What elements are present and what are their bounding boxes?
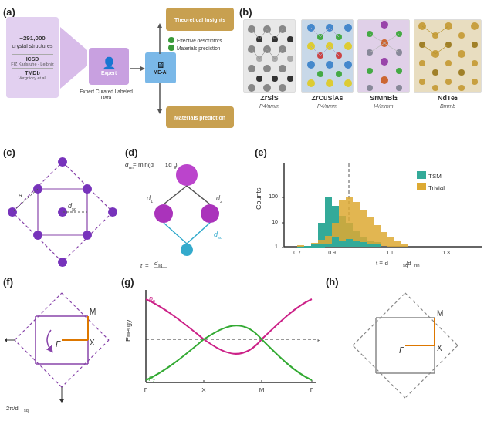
svg-line-97	[435, 26, 448, 35]
zrsis-img	[243, 19, 296, 93]
svg-rect-186	[346, 197, 353, 239]
svg-text:sq: sq	[218, 235, 222, 240]
svg-point-51	[307, 79, 315, 87]
svg-line-56	[330, 28, 339, 37]
svg-text:0.9: 0.9	[328, 250, 336, 255]
svg-line-235	[405, 293, 458, 345]
svg-point-18	[287, 56, 293, 62]
svg-text:= min(d: = min(d	[133, 161, 154, 168]
svg-line-126	[164, 186, 187, 204]
theoretical-insights-box: Theoretical Insights	[166, 8, 234, 31]
svg-text:2π/d: 2π/d	[6, 405, 19, 412]
svg-line-128	[164, 223, 187, 244]
svg-point-92	[445, 79, 452, 85]
svg-point-26	[263, 84, 271, 92]
bullet-materials	[168, 45, 174, 51]
svg-text:x: x	[153, 298, 155, 303]
arrow-to-meai	[130, 65, 145, 72]
bz-f-svg: Γ X M 2π/d sq	[5, 285, 119, 415]
svg-text:M: M	[259, 386, 265, 393]
svg-rect-189	[367, 217, 374, 244]
svg-point-90	[458, 69, 465, 76]
svg-point-115	[33, 231, 42, 240]
svg-text:M: M	[90, 308, 96, 316]
svg-text:): )	[175, 161, 178, 168]
arrow-materials	[156, 83, 164, 114]
srmnnbi-struct: SrMnBi₂ I4/mmm	[357, 19, 410, 109]
svg-text:t: t	[140, 262, 143, 269]
panel-a-label: (a)	[3, 6, 15, 18]
svg-text:X: X	[437, 344, 442, 352]
srmnnbi-name: SrMnBi₂	[370, 94, 398, 102]
bz-h-svg: Γ X M	[343, 285, 490, 415]
svg-text:y: y	[153, 377, 155, 382]
svg-line-32	[252, 49, 259, 59]
svg-point-52	[326, 79, 333, 87]
svg-line-58	[320, 46, 330, 56]
svg-marker-215	[59, 399, 64, 403]
svg-text:1: 1	[275, 244, 278, 249]
svg-point-86	[419, 60, 425, 66]
svg-point-89	[432, 69, 438, 76]
svg-marker-4	[157, 23, 162, 28]
crystal-structures-box: ~291,000 crystal structures ICSD FIZ Kar…	[6, 17, 59, 98]
svg-line-33	[259, 49, 267, 59]
svg-rect-188	[360, 210, 367, 242]
funnel-svg	[60, 27, 87, 89]
expert-box: 👤 Expert	[89, 48, 129, 85]
svg-rect-182	[318, 240, 325, 244]
panel-b-label: (b)	[239, 6, 252, 18]
svg-point-85	[458, 50, 465, 58]
svg-line-99	[435, 45, 448, 54]
svg-point-71	[396, 85, 402, 91]
svg-rect-193	[394, 241, 401, 247]
histogram-svg: Counts 1 10 100 0.7 0.9 1.1 1.3 t ≡ d sq…	[255, 156, 490, 270]
panel-h-label: (h)	[326, 276, 339, 288]
svg-point-88	[472, 60, 478, 66]
svg-point-53	[344, 79, 352, 87]
svg-point-38	[344, 24, 352, 32]
svg-text:Γ: Γ	[144, 386, 148, 393]
svg-marker-0	[60, 27, 87, 89]
zrcusias-img	[301, 19, 354, 93]
svg-line-129	[187, 223, 210, 244]
zrsis-space: P4/nmm	[259, 103, 279, 109]
svg-rect-187	[353, 202, 360, 241]
arrow-theoretical	[156, 23, 164, 54]
band-svg: Energy E F Γ X M Γ p x p y	[121, 284, 320, 407]
svg-text:nn: nn	[414, 263, 420, 268]
meai-box: 🖥 ME-AI	[145, 52, 176, 83]
svg-text:100: 100	[269, 194, 278, 199]
svg-rect-191	[381, 232, 387, 246]
svg-text:10: 10	[272, 219, 278, 224]
svg-line-59	[330, 46, 339, 56]
svg-rect-171	[318, 223, 325, 248]
svg-text:t ≡ d: t ≡ d	[376, 260, 388, 267]
lattice-svg: d sq a	[5, 156, 120, 270]
ndte3-name: NdTe₃	[438, 94, 458, 102]
svg-line-31	[275, 29, 283, 39]
svg-rect-169	[304, 246, 311, 248]
svg-text:sq: sq	[72, 207, 76, 211]
svg-rect-181	[311, 243, 318, 244]
svg-line-238	[353, 293, 405, 345]
svg-line-29	[259, 29, 267, 39]
figure-container: (a) ~291,000 crystal structures ICSD FIZ…	[0, 0, 494, 448]
svg-point-19	[248, 65, 255, 72]
svg-point-20	[263, 65, 271, 72]
svg-point-93	[472, 79, 478, 85]
svg-point-67	[367, 68, 373, 74]
svg-point-78	[471, 22, 479, 30]
materials-label: Materials prediction	[177, 45, 220, 51]
expert-icon: 👤	[102, 56, 117, 70]
svg-rect-180	[297, 245, 304, 247]
svg-text:Trivial: Trivial	[428, 184, 445, 191]
svg-line-74	[370, 43, 384, 52]
svg-line-30	[267, 29, 275, 39]
meai-monitor-icon: 🖥	[157, 61, 164, 69]
svg-line-120	[12, 189, 38, 212]
svg-point-123	[154, 204, 173, 223]
svg-text:a: a	[19, 191, 22, 199]
svg-point-47	[326, 61, 333, 69]
zrcusias-struct: ZrCuSiAs P4/nmm	[301, 19, 354, 109]
